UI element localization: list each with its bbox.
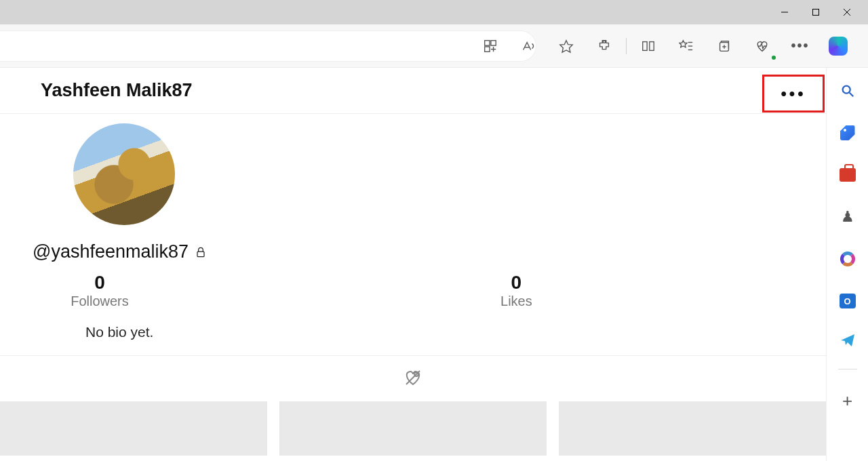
performance-icon[interactable] bbox=[749, 33, 776, 60]
profile-stats: 0 Followers 0 Likes bbox=[69, 272, 826, 309]
read-aloud-icon[interactable] bbox=[515, 33, 542, 60]
svg-point-24 bbox=[842, 86, 850, 94]
svg-marker-10 bbox=[560, 40, 572, 52]
sidebar-separator bbox=[838, 369, 857, 369]
profile-handle: @yashfeenmalik87 bbox=[33, 241, 189, 262]
window-minimize-button[interactable] bbox=[769, 0, 800, 24]
favorite-star-icon[interactable] bbox=[553, 33, 580, 60]
svg-rect-1 bbox=[813, 9, 819, 16]
sidebar-games-icon[interactable]: ♟ bbox=[837, 206, 859, 228]
favorites-list-icon[interactable] bbox=[673, 33, 700, 60]
sidebar-outlook-icon[interactable]: O bbox=[837, 290, 859, 312]
copilot-icon[interactable] bbox=[825, 33, 852, 60]
svg-point-11 bbox=[603, 40, 606, 43]
sidebar-office-icon[interactable] bbox=[837, 248, 859, 270]
video-grid-cell[interactable] bbox=[0, 401, 267, 456]
window-titlebar bbox=[0, 0, 868, 24]
svg-rect-12 bbox=[643, 41, 647, 50]
video-grid bbox=[0, 401, 826, 456]
profile-bio: No bio yet. bbox=[85, 324, 826, 340]
more-icon: ••• bbox=[781, 84, 806, 103]
sidebar-search-icon[interactable] bbox=[837, 80, 859, 102]
profile-tabs bbox=[0, 355, 826, 401]
extensions-icon[interactable] bbox=[591, 33, 618, 60]
svg-rect-21 bbox=[197, 252, 204, 257]
profile-display-name: Yashfeen Malik87 bbox=[41, 80, 193, 101]
toolbar-separator bbox=[626, 38, 627, 54]
sidebar-send-icon[interactable] bbox=[840, 332, 856, 348]
app-install-icon[interactable] bbox=[477, 33, 504, 60]
browser-more-icon[interactable]: ••• bbox=[787, 33, 814, 60]
likes-label: Likes bbox=[486, 294, 547, 309]
followers-stat[interactable]: 0 Followers bbox=[69, 272, 445, 309]
browser-sidebar: ♟ O + bbox=[826, 68, 868, 461]
svg-rect-6 bbox=[485, 46, 490, 51]
sidebar-shopping-icon[interactable] bbox=[837, 122, 859, 144]
profile-avatar[interactable] bbox=[73, 123, 175, 225]
profile-body: @yashfeenmalik87 0 Followers 0 Likes No … bbox=[0, 123, 826, 340]
performance-status-dot bbox=[770, 54, 777, 61]
address-bar[interactable] bbox=[0, 31, 536, 61]
window-maximize-button[interactable] bbox=[800, 0, 831, 24]
heart-hidden-icon bbox=[403, 367, 423, 388]
likes-stat[interactable]: 0 Likes bbox=[445, 272, 826, 309]
video-grid-cell[interactable] bbox=[559, 401, 826, 456]
svg-rect-5 bbox=[491, 40, 496, 45]
followers-label: Followers bbox=[69, 294, 130, 309]
profile-more-button[interactable]: ••• bbox=[762, 75, 825, 113]
svg-marker-14 bbox=[679, 40, 687, 47]
video-grid-cell[interactable] bbox=[279, 401, 547, 456]
sidebar-toolbox-icon[interactable] bbox=[837, 164, 859, 186]
likes-count: 0 bbox=[486, 272, 547, 294]
split-screen-icon[interactable] bbox=[635, 33, 662, 60]
copilot-logo bbox=[829, 37, 848, 56]
lock-icon bbox=[194, 245, 208, 259]
svg-line-25 bbox=[849, 93, 853, 97]
browser-toolbar: ••• bbox=[0, 24, 868, 68]
svg-rect-4 bbox=[485, 40, 490, 45]
profile-header: Yashfeen Malik87 ••• bbox=[0, 68, 826, 114]
svg-rect-13 bbox=[650, 41, 654, 50]
profile-handle-row: @yashfeenmalik87 bbox=[33, 241, 826, 262]
sidebar-add-button[interactable]: + bbox=[837, 390, 859, 412]
collections-icon[interactable] bbox=[711, 33, 738, 60]
followers-count: 0 bbox=[69, 272, 130, 294]
liked-tab[interactable] bbox=[403, 367, 423, 390]
window-close-button[interactable] bbox=[831, 0, 863, 24]
